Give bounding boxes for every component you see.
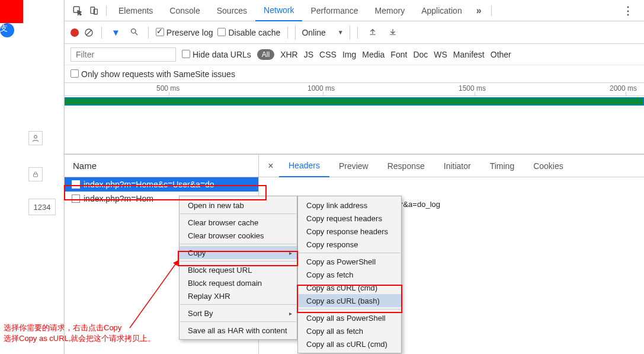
timeline-tick: 1000 ms (307, 84, 335, 93)
tabs-overflow[interactable]: » (470, 0, 488, 21)
throttling-select[interactable]: Online▼ (295, 25, 350, 40)
svg-line-7 (86, 30, 91, 35)
context-menu: Open in new tab Clear browser cache Clea… (179, 196, 297, 340)
tab-timing[interactable]: Timing (480, 155, 524, 177)
timeline-bar (65, 97, 644, 106)
tab-elements[interactable]: Elements (110, 0, 161, 21)
svg-point-0 (34, 135, 37, 138)
filter-icon[interactable]: ▼ (109, 27, 123, 37)
close-detail-button[interactable]: × (262, 161, 279, 171)
filter-img[interactable]: Img (342, 50, 356, 59)
menu-copy-response[interactable]: Copy response (298, 238, 401, 251)
menu-replay-xhr[interactable]: Replay XHR (180, 289, 297, 302)
upload-icon[interactable] (365, 27, 380, 37)
filter-doc[interactable]: Doc (413, 50, 428, 59)
samesite-bar: Only show requests with SameSite issues (65, 65, 644, 83)
filter-ws[interactable]: WS (434, 50, 447, 59)
tab-response[interactable]: Response (378, 155, 434, 177)
tab-console[interactable]: Console (161, 0, 208, 21)
menu-copy-all-curl-cmd[interactable]: Copy all as cURL (cmd) (298, 337, 401, 350)
timeline-tick: 1500 ms (459, 84, 486, 93)
menu-block-domain[interactable]: Block request domain (180, 276, 297, 289)
filter-input[interactable] (71, 47, 176, 62)
filter-other[interactable]: Other (491, 50, 511, 59)
svg-rect-1 (34, 174, 38, 177)
menu-clear-cache[interactable]: Clear browser cache (180, 216, 297, 229)
menu-copy-powershell[interactable]: Copy as PowerShell (298, 255, 401, 268)
tab-application[interactable]: Application (413, 0, 470, 21)
tab-performance[interactable]: Performance (302, 0, 366, 21)
menu-sort-by[interactable]: Sort By (180, 307, 297, 320)
red-square (0, 0, 23, 23)
tab-network[interactable]: Network (255, 1, 302, 21)
filter-manifest[interactable]: Manifest (453, 50, 485, 59)
inspect-icon[interactable] (69, 3, 86, 18)
record-button[interactable] (71, 28, 79, 37)
download-icon[interactable] (385, 27, 401, 37)
network-timeline[interactable]: 500 ms 1000 ms 1500 ms 2000 ms (65, 83, 644, 154)
disable-cache-checkbox[interactable]: Disable cache (217, 27, 280, 37)
device-icon[interactable] (86, 3, 102, 18)
menu-copy-all-powershell[interactable]: Copy all as PowerShell (298, 311, 401, 324)
filter-js[interactable]: JS (304, 50, 313, 59)
hide-data-urls-checkbox[interactable]: Hide data URLs (182, 49, 251, 59)
tab-sources[interactable]: Sources (209, 0, 255, 21)
avatar-icon (28, 131, 43, 145)
menu-copy-all-fetch[interactable]: Copy all as fetch (298, 324, 401, 337)
context-submenu-copy: Copy link address Copy request headers C… (297, 196, 402, 353)
network-toolbar: ▼ Preserve log Disable cache Online▼ (65, 21, 644, 44)
document-icon (72, 194, 80, 203)
menu-copy-link[interactable]: Copy link address (298, 199, 401, 212)
svg-line-9 (135, 33, 137, 35)
samesite-checkbox[interactable]: Only show requests with SameSite issues (71, 69, 235, 79)
name-column-header[interactable]: Name (65, 155, 258, 177)
clear-button[interactable] (84, 27, 94, 38)
detail-tabstrip: × Headers Preview Response Initiator Tim… (259, 155, 644, 177)
menu-save-har[interactable]: Save all as HAR with content (180, 324, 297, 337)
menu-clear-cookies[interactable]: Clear browser cookies (180, 229, 297, 242)
tab-memory[interactable]: Memory (367, 0, 414, 21)
filter-font[interactable]: Font (390, 50, 407, 59)
devtools-tabstrip: Elements Console Sources Network Perform… (65, 0, 644, 21)
menu-copy-req-headers[interactable]: Copy request headers (298, 212, 401, 225)
preserve-log-checkbox[interactable]: Preserve log (156, 27, 213, 37)
timeline-tick: 2000 ms (610, 84, 637, 93)
filter-css[interactable]: CSS (319, 50, 337, 59)
document-icon (72, 180, 80, 189)
menu-copy-fetch[interactable]: Copy as fetch (298, 268, 401, 281)
menu-open-new-tab[interactable]: Open in new tab (180, 199, 297, 212)
svg-point-8 (131, 28, 136, 33)
tab-preview[interactable]: Preview (329, 155, 378, 177)
lock-icon (28, 167, 43, 181)
input-1234: 1234 (28, 199, 56, 215)
tab-headers[interactable]: Headers (279, 155, 329, 177)
menu-copy-resp-headers[interactable]: Copy response headers (298, 225, 401, 238)
filter-media[interactable]: Media (362, 50, 385, 59)
filter-bar: Hide data URLs All XHR JS CSS Img Media … (65, 44, 644, 65)
tab-initiator[interactable]: Initiator (434, 155, 480, 177)
menu-copy[interactable]: Copy (180, 246, 297, 259)
menu-block-url[interactable]: Block request URL (180, 263, 297, 276)
request-row[interactable]: index.php?m=Home&c=User&a=do (65, 177, 258, 192)
alipay-icon: 支 (0, 23, 14, 37)
menu-copy-curl-bash[interactable]: Copy as cURL (bash) (298, 294, 401, 307)
menu-copy-curl-cmd[interactable]: Copy as cURL (cmd) (298, 281, 401, 294)
timeline-tick: 500 ms (156, 84, 180, 93)
devtools-menu[interactable]: ⋮ (617, 4, 639, 17)
filter-all[interactable]: All (257, 49, 274, 60)
search-icon[interactable] (127, 27, 141, 38)
tab-cookies[interactable]: Cookies (524, 155, 573, 177)
filter-xhr[interactable]: XHR (280, 50, 298, 59)
